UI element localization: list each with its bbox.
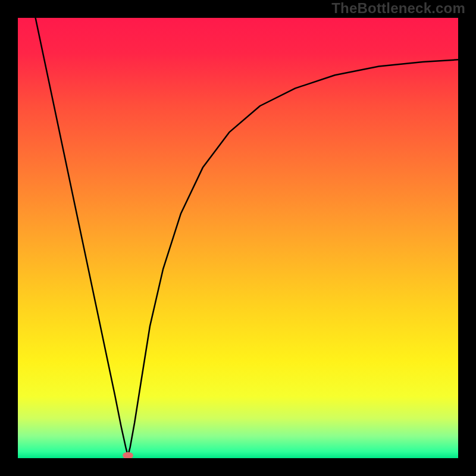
watermark-text: TheBottleneck.com (331, 0, 465, 17)
gradient-background (18, 18, 458, 458)
plot-area (18, 18, 458, 458)
chart-frame: TheBottleneck.com (0, 0, 476, 476)
bottleneck-chart (18, 18, 458, 458)
